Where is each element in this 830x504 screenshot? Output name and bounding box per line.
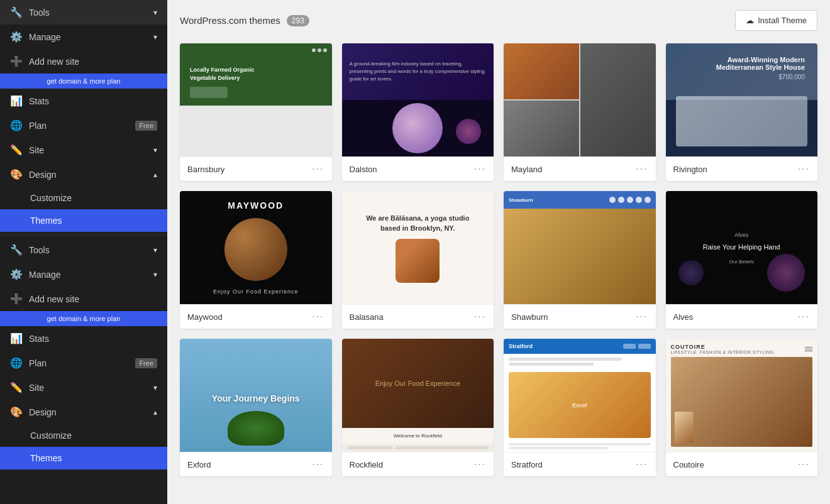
theme-card-barnsbury[interactable]: Locally Farmed Organic Vegetable Deliver… [180, 43, 332, 181]
sidebar-label-design-top: Design [29, 170, 57, 180]
theme-preview-maywood: MAYWOOD Enjoy Our Food Experience [180, 191, 332, 304]
theme-more-rivington[interactable]: ··· [798, 163, 810, 175]
sidebar-item-themes-mid[interactable]: Themes [0, 447, 167, 469]
theme-preview-coutoire: COUTOIRE LIFESTYLE. FASHION & INTERIOR S… [666, 339, 818, 452]
sidebar-label-tools-top: Tools [29, 8, 50, 18]
themes-count-badge: 293 [287, 15, 309, 26]
sidebar-label-themes-mid: Themes [30, 453, 62, 463]
sidebar-banner-mid[interactable]: get domain & more plan [0, 311, 167, 326]
sidebar-banner-top[interactable]: get domain & more plan [0, 74, 167, 89]
install-theme-button[interactable]: ☁ Install Theme [735, 10, 817, 31]
theme-more-coutoire[interactable]: ··· [798, 459, 810, 470]
theme-more-dalston[interactable]: ··· [474, 163, 486, 175]
sidebar-item-manage-mid[interactable]: ⚙️ Manage ▾ [0, 262, 167, 287]
theme-name-stratford: Stratford [511, 460, 543, 469]
theme-card-mayland[interactable]: Mayland ··· [504, 43, 656, 181]
theme-more-barnsbury[interactable]: ··· [312, 163, 324, 175]
banner-label-mid: get domain & more plan [47, 315, 121, 322]
theme-more-shawburn[interactable]: ··· [636, 311, 648, 322]
theme-more-mayland[interactable]: ··· [636, 163, 648, 175]
sidebar-item-tools-mid[interactable]: 🔧 Tools ▾ [0, 238, 167, 262]
theme-footer-barnsbury: Barnsbury ··· [180, 156, 332, 181]
theme-footer-shawburn: Shawburn ··· [504, 304, 656, 329]
theme-footer-mayland: Mayland ··· [504, 156, 656, 181]
theme-footer-rockfield: Rockfield ··· [342, 452, 494, 476]
theme-name-barnsbury: Barnsbury [187, 165, 224, 174]
chevron-manage-mid: ▾ [153, 270, 157, 279]
sidebar-item-add-new-mid[interactable]: ➕ Add new site [0, 287, 167, 311]
theme-card-maywood[interactable]: MAYWOOD Enjoy Our Food Experience Maywoo… [180, 191, 332, 329]
theme-card-rockfield[interactable]: Enjoy Our Food Experience Welcome to Roc… [342, 339, 494, 476]
site-icon-top: ✏️ [10, 144, 23, 156]
theme-footer-maywood: Maywood ··· [180, 304, 332, 329]
theme-more-balasana[interactable]: ··· [474, 311, 486, 322]
theme-card-rivington[interactable]: Award-Winning Modern Mediterranean Style… [666, 43, 818, 181]
theme-name-alves: Alves [673, 312, 694, 322]
site-icon-mid: ✏️ [10, 381, 23, 393]
theme-name-shawburn: Shawburn [511, 312, 548, 322]
divider-1 [0, 234, 167, 235]
add-icon-top: ➕ [10, 55, 23, 67]
sidebar-item-stats-top[interactable]: 📊 Stats [0, 89, 167, 113]
manage-icon-top: ⚙️ [10, 31, 23, 43]
theme-preview-stratford: Stratford Excel [504, 339, 656, 452]
sidebar-label-manage-mid: Manage [29, 270, 61, 280]
manage-icon-mid: ⚙️ [10, 268, 23, 280]
design-icon-mid: 🎨 [10, 406, 23, 418]
chevron-design-top: ▴ [153, 170, 157, 179]
sidebar-item-themes-top[interactable]: Themes [0, 209, 167, 232]
theme-preview-balasana: We are Bālāsana, a yoga studiobased in B… [342, 191, 494, 304]
sidebar-label-add-mid: Add new site [29, 294, 79, 304]
theme-more-exford[interactable]: ··· [312, 459, 324, 470]
design-icon-top: 🎨 [10, 168, 23, 180]
theme-name-mayland: Mayland [511, 165, 542, 174]
sidebar: 🔧 Tools ▾ ⚙️ Manage ▾ ➕ Add new site get… [0, 0, 167, 504]
install-btn-label: Install Theme [758, 16, 807, 25]
sidebar-item-customize-top[interactable]: Customize [0, 187, 167, 209]
theme-card-dalston[interactable]: A ground-breaking film industry based on… [342, 43, 494, 181]
chevron-site-mid: ▾ [153, 383, 157, 392]
sidebar-item-plan-top[interactable]: 🌐 Plan Free [0, 113, 167, 138]
sidebar-item-design-top[interactable]: 🎨 Design ▴ [0, 162, 167, 187]
tools-icon: 🔧 [10, 6, 23, 18]
stats-icon-mid: 📊 [10, 332, 23, 344]
theme-more-stratford[interactable]: ··· [636, 459, 648, 470]
theme-preview-alves: Alves Raise Your Helping Hand Our Belief… [666, 191, 818, 304]
sidebar-label-tools-mid: Tools [29, 245, 50, 255]
sidebar-item-stats-mid[interactable]: 📊 Stats [0, 326, 167, 351]
theme-preview-rockfield: Enjoy Our Food Experience Welcome to Roc… [342, 339, 494, 452]
theme-card-shawburn[interactable]: Shawburn Shawburn ··· [504, 191, 656, 329]
plan-badge-top: Free [135, 121, 157, 131]
theme-preview-shawburn: Shawburn [504, 191, 656, 304]
sidebar-item-design-mid[interactable]: 🎨 Design ▴ [0, 400, 167, 424]
sidebar-label-site-mid: Site [29, 383, 44, 393]
theme-more-maywood[interactable]: ··· [312, 311, 324, 322]
sidebar-item-manage-top[interactable]: ⚙️ Manage ▾ [0, 25, 167, 49]
theme-footer-rivington: Rivington ··· [666, 156, 818, 181]
theme-card-balasana[interactable]: We are Bālāsana, a yoga studiobased in B… [342, 191, 494, 329]
theme-card-alves[interactable]: Alves Raise Your Helping Hand Our Belief… [666, 191, 818, 329]
page-title: WordPress.com themes 293 [180, 15, 309, 26]
theme-more-rockfield[interactable]: ··· [474, 459, 486, 470]
theme-card-exford[interactable]: Your Journey Begins Exford ··· [180, 339, 332, 476]
sidebar-item-site-mid[interactable]: ✏️ Site ▾ [0, 375, 167, 400]
theme-name-maywood: Maywood [187, 312, 223, 322]
plan-badge-mid: Free [135, 358, 157, 368]
sidebar-item-tools-top[interactable]: 🔧 Tools ▾ [0, 0, 167, 25]
theme-footer-alves: Alves ··· [666, 304, 818, 329]
theme-name-rivington: Rivington [673, 165, 707, 174]
theme-preview-rivington: Award-Winning Modern Mediterranean Style… [666, 43, 818, 156]
theme-preview-exford: Your Journey Begins [180, 339, 332, 452]
theme-footer-balasana: Balasana ··· [342, 304, 494, 329]
page-header: WordPress.com themes 293 ☁ Install Theme [180, 10, 817, 31]
sidebar-item-plan-mid[interactable]: 🌐 Plan Free [0, 351, 167, 375]
theme-card-stratford[interactable]: Stratford Excel [504, 339, 656, 476]
sidebar-item-site-top[interactable]: ✏️ Site ▾ [0, 138, 167, 162]
sidebar-item-add-new-top[interactable]: ➕ Add new site [0, 49, 167, 74]
chevron-design-mid: ▴ [153, 408, 157, 417]
theme-card-coutoire[interactable]: COUTOIRE LIFESTYLE. FASHION & INTERIOR S… [666, 339, 818, 476]
tools-icon-mid: 🔧 [10, 244, 23, 256]
sidebar-item-customize-mid[interactable]: Customize [0, 424, 167, 447]
sidebar-label-plan-top: Plan [29, 121, 47, 131]
theme-more-alves[interactable]: ··· [798, 311, 810, 322]
